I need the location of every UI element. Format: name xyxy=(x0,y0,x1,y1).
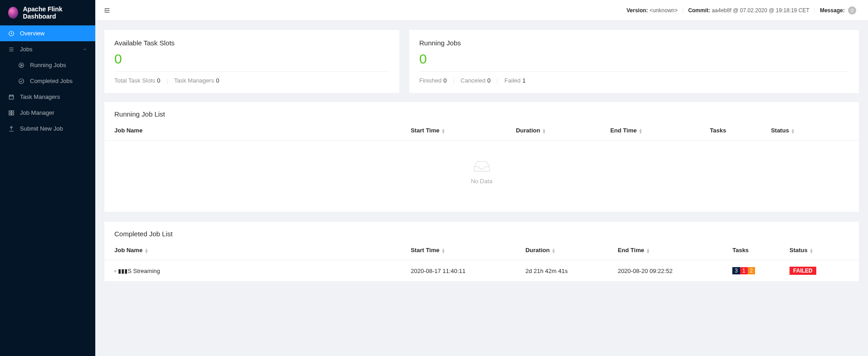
header-commit: Commit: aa4eb8f @ 07.02.2020 @ 19:18:19 … xyxy=(685,7,813,14)
sidebar-label: Running Jobs xyxy=(30,62,66,68)
running-jobs-table: Job Name Start Time▲▼ Duration▲▼ End Tim… xyxy=(104,121,859,141)
col-status[interactable]: Status▲▼ xyxy=(785,240,859,260)
empty-state: No Data xyxy=(104,141,859,212)
cell-duration: 2d 21h 42m 41s xyxy=(521,260,613,282)
col-tasks[interactable]: Tasks xyxy=(706,121,767,141)
inbox-icon xyxy=(473,159,491,173)
col-end-time[interactable]: End Time▲▼ xyxy=(613,240,728,260)
chevron-up-icon xyxy=(83,47,87,52)
running-jobs-card: Running Jobs 0 Finished0 | Canceled0 | F… xyxy=(409,30,859,93)
sort-icon: ▲▼ xyxy=(441,128,446,134)
build-icon xyxy=(8,110,15,116)
panel-title: Running Job List xyxy=(104,102,859,121)
col-start-time[interactable]: Start Time▲▼ xyxy=(406,240,521,260)
sidebar-item-jobs[interactable]: Jobs xyxy=(0,41,95,57)
cell-status: FAILED xyxy=(785,260,859,282)
col-end-time[interactable]: End Time▲▼ xyxy=(606,121,706,141)
svg-rect-5 xyxy=(12,111,14,112)
upload-icon xyxy=(8,126,15,132)
sidebar-item-submit-new-job[interactable]: Submit New Job xyxy=(0,121,95,137)
message-count-badge[interactable]: 0 xyxy=(848,6,856,15)
sidebar-item-job-manager[interactable]: Job Manager xyxy=(0,105,95,121)
col-duration[interactable]: Duration▲▼ xyxy=(521,240,613,260)
svg-rect-3 xyxy=(9,95,13,99)
available-task-slots-card: Available Task Slots 0 Total Task Slots0… xyxy=(104,30,399,93)
sort-icon: ▲▼ xyxy=(646,248,650,254)
running-jobs-value: 0 xyxy=(419,51,849,72)
card-title: Running Jobs xyxy=(419,39,849,47)
play-circle-icon xyxy=(18,62,25,68)
sort-icon: ▲▼ xyxy=(809,248,814,254)
completed-jobs-table: Job Name▲▼ Start Time▲▼ Duration▲▼ End T… xyxy=(104,240,859,282)
sort-icon: ▲▼ xyxy=(638,128,642,134)
svg-rect-4 xyxy=(9,111,11,112)
header-version: Version: <unknown> xyxy=(623,7,682,14)
col-job-name[interactable]: Job Name xyxy=(104,121,406,141)
bars-icon xyxy=(8,46,15,53)
table-row[interactable]: ▫ ▮▮▮S Streaming2020-08-17 11:40:112d 21… xyxy=(104,260,859,282)
card-title: Available Task Slots xyxy=(114,39,389,47)
svg-point-2 xyxy=(19,78,24,83)
header-message: Message: 0 xyxy=(816,6,860,15)
col-start-time[interactable]: Start Time▲▼ xyxy=(406,121,511,141)
cell-start-time: 2020-08-17 11:40:11 xyxy=(406,260,521,282)
sort-icon: ▲▼ xyxy=(542,128,546,134)
sort-icon: ▲▼ xyxy=(441,248,446,254)
completed-job-list-panel: Completed Job List Job Name▲▼ Start Time… xyxy=(104,222,859,282)
sidebar-label: Job Manager xyxy=(20,109,54,116)
running-job-list-panel: Running Job List Job Name Start Time▲▼ D… xyxy=(104,102,859,212)
cell-job-name: ▫ ▮▮▮S Streaming xyxy=(104,260,406,282)
sidebar-label: Jobs xyxy=(20,46,32,53)
sidebar-collapse-button[interactable] xyxy=(103,7,111,14)
sort-icon: ▲▼ xyxy=(791,128,795,134)
col-job-name[interactable]: Job Name▲▼ xyxy=(104,240,406,260)
available-slots-value: 0 xyxy=(114,51,389,72)
sidebar-item-task-managers[interactable]: Task Managers xyxy=(0,89,95,105)
dashboard-icon xyxy=(8,30,15,37)
panel-title: Completed Job List xyxy=(104,222,859,240)
cell-end-time: 2020-08-20 09:22:52 xyxy=(613,260,728,282)
sort-icon: ▲▼ xyxy=(144,248,148,254)
col-status[interactable]: Status▲▼ xyxy=(766,121,859,141)
top-header: Version: <unknown> | Commit: aa4eb8f @ 0… xyxy=(95,0,868,21)
svg-rect-7 xyxy=(12,113,14,115)
col-tasks[interactable]: Tasks xyxy=(728,240,785,260)
sidebar-label: Task Managers xyxy=(20,93,60,100)
brand-logo[interactable]: Apache Flink Dashboard xyxy=(0,0,95,25)
sidebar-item-completed-jobs[interactable]: Completed Jobs xyxy=(0,73,95,89)
col-duration[interactable]: Duration▲▼ xyxy=(511,121,606,141)
sidebar-label: Overview xyxy=(20,30,44,37)
sidebar: Apache Flink Dashboard Overview Jobs Run… xyxy=(0,0,95,356)
schedule-icon xyxy=(8,94,15,100)
sidebar-label: Completed Jobs xyxy=(30,78,73,84)
svg-point-1 xyxy=(19,63,24,68)
sidebar-label: Submit New Job xyxy=(20,125,63,132)
brand-title: Apache Flink Dashboard xyxy=(23,5,87,20)
sidebar-item-overview[interactable]: Overview xyxy=(0,25,95,41)
sidebar-item-running-jobs[interactable]: Running Jobs xyxy=(0,57,95,73)
sort-icon: ▲▼ xyxy=(551,248,555,254)
cell-tasks: 312 xyxy=(728,260,785,282)
svg-rect-6 xyxy=(9,113,11,115)
flink-logo-icon xyxy=(8,7,18,19)
check-circle-icon xyxy=(18,78,25,84)
